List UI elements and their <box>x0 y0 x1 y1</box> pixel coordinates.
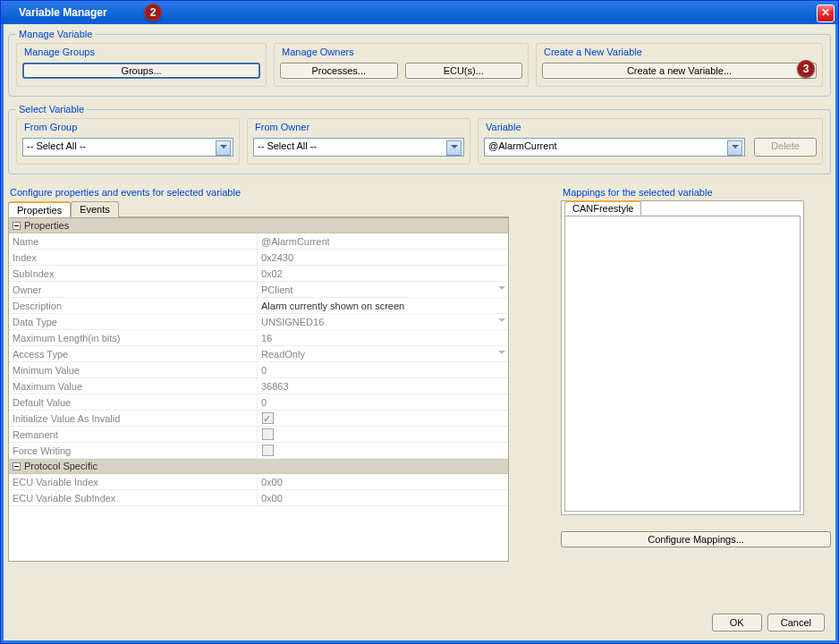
cancel-button[interactable]: Cancel <box>767 614 825 631</box>
step-badge-2: 2 <box>144 4 162 21</box>
property-value: 0x00 <box>258 490 508 505</box>
property-row: Data TypeUNSIGNED16 <box>9 314 508 330</box>
from-group-subgroup: From Group -- Select All -- <box>16 118 240 165</box>
property-key: Default Value <box>9 394 258 410</box>
checkbox-icon[interactable] <box>262 428 274 440</box>
props-section-title: Properties <box>24 220 69 231</box>
property-row: Initialize Value As Invalid <box>9 411 508 427</box>
from-group-label: From Group <box>22 122 79 132</box>
property-key: ECU Variable SubIndex <box>9 490 258 505</box>
manage-groups-label: Manage Groups <box>22 47 97 57</box>
property-value: 0x2430 <box>258 250 508 265</box>
property-key: ECU Variable Index <box>9 474 258 489</box>
property-key: Maximum Length(in bits) <box>9 330 258 345</box>
property-value[interactable]: ReadOnly <box>258 346 508 361</box>
from-owner-subgroup: From Owner -- Select All -- <box>247 118 470 165</box>
config-tabs: Properties Events <box>8 200 509 217</box>
property-row: ECU Variable Index0x00 <box>9 474 508 490</box>
chevron-down-icon <box>732 145 739 148</box>
manage-variable-legend: Manage Variable <box>16 29 95 39</box>
from-group-value: -- Select All -- <box>27 140 86 151</box>
property-key: Remanent <box>9 427 258 442</box>
groups-button[interactable]: Groups... <box>22 63 260 79</box>
ecus-button[interactable]: ECU(s)... <box>405 63 523 79</box>
property-value: 0x02 <box>258 266 508 281</box>
property-key: Index <box>9 250 258 265</box>
property-row: Remanent <box>9 427 508 443</box>
property-value: 0 <box>258 394 508 410</box>
processes-button[interactable]: Processes... <box>280 63 398 79</box>
property-value[interactable]: PClient <box>258 282 508 297</box>
property-key: Data Type <box>9 314 258 329</box>
variable-combo[interactable]: @AlarmCurrent <box>484 138 745 157</box>
manage-owners-subgroup: Manage Owners Processes... ECU(s)... <box>274 43 529 87</box>
from-owner-value: -- Select All -- <box>258 140 317 151</box>
property-value: 36863 <box>258 378 508 394</box>
property-sheet: Properties Name@AlarmCurrentIndex0x2430S… <box>8 217 509 562</box>
variable-label: Variable <box>484 122 523 132</box>
close-icon[interactable]: ✕ <box>817 4 835 22</box>
from-group-combo[interactable]: -- Select All -- <box>22 138 233 157</box>
manage-variable-group: Manage Variable Manage Groups Groups... … <box>8 29 831 97</box>
property-row: ECU Variable SubIndex0x00 <box>9 490 508 506</box>
chevron-down-icon <box>451 145 458 148</box>
property-row: Force Writing <box>9 443 508 459</box>
property-key: Force Writing <box>9 443 258 458</box>
tab-properties[interactable]: Properties <box>8 201 71 217</box>
property-row: Access TypeReadOnly <box>9 346 508 362</box>
select-variable-group: Select Variable From Group -- Select All… <box>8 104 831 174</box>
property-value[interactable] <box>258 443 508 458</box>
create-variable-label: Create a New Variable <box>542 47 644 57</box>
collapse-icon[interactable] <box>13 222 21 230</box>
create-variable-subgroup: Create a New Variable Create a new Varia… <box>536 43 823 87</box>
property-key: Description <box>9 298 258 313</box>
tab-events[interactable]: Events <box>71 201 119 217</box>
manage-owners-label: Manage Owners <box>280 47 356 57</box>
property-key: SubIndex <box>9 266 258 281</box>
checkbox-icon[interactable] <box>262 412 274 424</box>
chevron-down-icon <box>220 145 227 148</box>
property-row: Maximum Length(in bits)16 <box>9 330 508 346</box>
variable-value: @AlarmCurrent <box>488 140 557 151</box>
property-value[interactable]: Alarm currently shown on screen <box>258 298 508 313</box>
variable-subgroup: Variable @AlarmCurrent Delete <box>478 118 823 165</box>
property-key: Initialize Value As Invalid <box>9 411 258 426</box>
configure-mappings-button[interactable]: Configure Mappings... <box>561 531 831 547</box>
property-value: 16 <box>258 330 508 345</box>
property-key: Maximum Value <box>9 378 258 394</box>
property-row: Minimum Value0 <box>9 362 508 378</box>
property-key: Access Type <box>9 346 258 361</box>
property-value[interactable] <box>258 427 508 442</box>
property-row: Name@AlarmCurrent <box>9 233 508 250</box>
titlebar: Variable Manager 2 ✕ <box>1 1 838 24</box>
mappings-title: Mappings for the selected variable <box>563 187 831 198</box>
checkbox-icon[interactable] <box>262 445 274 456</box>
delete-button[interactable]: Delete <box>754 138 817 157</box>
collapse-icon[interactable] <box>13 462 21 470</box>
manage-groups-subgroup: Manage Groups Groups... <box>16 43 267 87</box>
protocol-section-title: Protocol Specific <box>24 461 97 471</box>
from-owner-label: From Owner <box>253 122 311 132</box>
step-badge-3: 3 <box>797 60 815 78</box>
property-key: Owner <box>9 282 258 297</box>
mappings-list <box>564 216 801 512</box>
property-row: DescriptionAlarm currently shown on scre… <box>9 298 508 314</box>
protocol-section-header[interactable]: Protocol Specific <box>9 459 508 474</box>
property-row: OwnerPClient <box>9 282 508 298</box>
mappings-box: CANFreestyle <box>561 200 804 515</box>
ok-button[interactable]: OK <box>712 614 762 631</box>
tab-canfreestyle[interactable]: CANFreestyle <box>564 200 641 216</box>
property-key: Name <box>9 233 258 249</box>
window-title: Variable Manager <box>19 6 107 19</box>
config-title: Configure properties and events for sele… <box>10 187 545 198</box>
property-row: SubIndex0x02 <box>9 266 508 282</box>
from-owner-combo[interactable]: -- Select All -- <box>253 138 464 157</box>
property-row: Default Value0 <box>9 394 508 411</box>
props-section-header[interactable]: Properties <box>9 218 508 233</box>
select-variable-legend: Select Variable <box>16 104 87 114</box>
property-value[interactable] <box>258 411 508 426</box>
property-value: 0 <box>258 362 508 377</box>
property-key: Minimum Value <box>9 362 258 377</box>
property-value[interactable]: UNSIGNED16 <box>258 314 508 329</box>
create-variable-button[interactable]: Create a new Variable... <box>542 63 817 79</box>
